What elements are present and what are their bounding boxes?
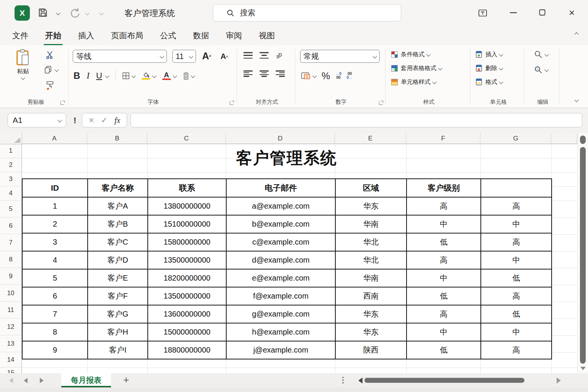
table-cell[interactable]: 1 — [22, 197, 88, 215]
row-header-6[interactable]: 6 — [0, 217, 22, 234]
table-cell[interactable]: 华东 — [335, 305, 407, 323]
table-cell[interactable]: c@example.com — [226, 233, 335, 251]
align-center-icon[interactable] — [260, 70, 269, 77]
row-header-2[interactable]: 2 — [0, 158, 22, 172]
table-cell[interactable]: 9 — [22, 341, 88, 359]
vertical-scrollbar[interactable] — [577, 133, 588, 373]
percent-style-button[interactable]: % — [322, 70, 330, 82]
redo-dropdown-chevron[interactable] — [85, 11, 89, 15]
table-cell[interactable]: 客户D — [88, 251, 148, 269]
table-cell[interactable]: 客户B — [88, 215, 148, 233]
table-cell[interactable]: 华东 — [335, 323, 407, 341]
column-header-E[interactable]: E — [335, 133, 406, 144]
row-header-3[interactable]: 3 — [0, 172, 22, 186]
format-as-table-button[interactable]: 套用表格格式 — [391, 61, 442, 75]
tab-公式[interactable]: 公式 — [159, 28, 177, 43]
tab-插入[interactable]: 插入 — [77, 28, 95, 43]
increase-decimal-button[interactable]: ←000 — [335, 72, 341, 80]
row-header-12[interactable]: 12 — [0, 318, 22, 335]
table-cell[interactable]: 5 — [22, 269, 88, 287]
align-right-icon[interactable] — [276, 70, 285, 77]
table-cell[interactable]: 4 — [22, 251, 88, 269]
column-header-F[interactable]: F — [406, 133, 480, 144]
table-cell[interactable]: 13800000000 — [148, 197, 226, 215]
table-cell[interactable]: 中 — [407, 269, 481, 287]
save-icon[interactable] — [38, 7, 48, 18]
row-header-8[interactable]: 8 — [0, 251, 22, 268]
table-cell[interactable]: 3 — [22, 233, 88, 251]
underline-button[interactable]: U — [96, 71, 102, 81]
row-header-9[interactable]: 9 — [0, 268, 22, 285]
table-cell[interactable]: 陕西 — [335, 341, 407, 359]
borders-button[interactable] — [122, 72, 135, 80]
table-cell[interactable]: 华北 — [335, 251, 407, 269]
font-size-select[interactable]: 11 — [172, 50, 196, 63]
table-cell[interactable]: 低 — [481, 269, 552, 287]
table-cell[interactable]: 高 — [481, 197, 552, 215]
table-cell[interactable]: 低 — [481, 305, 552, 323]
scrollbar-resize-handle[interactable] — [342, 377, 344, 384]
sheet-grid[interactable]: 客户管理系统 ID客户名称联系电子邮件区域客户级别1客户A13800000000… — [0, 133, 577, 373]
cell-styles-button[interactable]: 单元格样式 — [391, 75, 436, 89]
find-select-button[interactable] — [534, 50, 548, 59]
table-cell[interactable]: a@example.com — [226, 197, 335, 215]
insert-function-icon[interactable]: fx — [114, 116, 120, 125]
insert-cells-button[interactable]: 插入 — [475, 47, 503, 61]
scroll-down-arrow[interactable] — [580, 367, 586, 370]
align-middle-icon[interactable] — [260, 52, 269, 59]
tab-视图[interactable]: 视图 — [258, 28, 276, 43]
paste-button[interactable]: 粘贴 — [15, 49, 31, 79]
table-cell[interactable]: 低 — [407, 287, 481, 305]
bold-button[interactable]: B — [74, 70, 80, 81]
orientation-icon[interactable]: ab — [274, 51, 283, 60]
table-cell[interactable]: h@example.com — [226, 323, 335, 341]
table-cell[interactable]: 13600000000 — [148, 305, 226, 323]
cancel-icon[interactable]: × — [89, 115, 94, 126]
underline-chevron[interactable] — [105, 74, 109, 78]
zoom-find-button[interactable] — [534, 65, 548, 74]
number-format-select[interactable]: 常规 — [300, 50, 380, 63]
increase-font-button[interactable]: A˄ — [202, 51, 211, 62]
row-header-14[interactable]: 14 — [0, 352, 22, 368]
table-cell[interactable]: 15800000000 — [148, 233, 226, 251]
cut-button[interactable] — [45, 50, 54, 60]
table-cell[interactable]: 8 — [22, 323, 88, 341]
next-sheet-arrow[interactable] — [40, 378, 44, 383]
redo-icon[interactable] — [69, 7, 80, 18]
sheet-tab-active[interactable]: 每月报表 — [61, 373, 111, 387]
vertical-scrollbar-cap[interactable] — [580, 136, 586, 144]
table-header-cell[interactable]: ID — [22, 179, 88, 197]
tab-文件[interactable]: 文件 — [11, 28, 29, 43]
table-cell[interactable]: 低 — [407, 341, 481, 359]
ribbon-overflow-chevron[interactable] — [574, 98, 578, 102]
enter-icon[interactable]: ✓ — [101, 116, 108, 125]
table-cell[interactable]: 高 — [481, 233, 552, 251]
row-header-4[interactable]: 4 — [0, 186, 22, 201]
table-header-cell[interactable]: 区域 — [335, 179, 407, 197]
table-cell[interactable]: 中 — [407, 323, 481, 341]
column-header-partial[interactable] — [551, 133, 577, 144]
row-header-11[interactable]: 11 — [0, 302, 22, 318]
table-cell[interactable]: 西南 — [335, 287, 407, 305]
format-cells-button[interactable]: 格式 — [475, 75, 503, 89]
table-cell[interactable]: 2 — [22, 215, 88, 233]
name-box[interactable]: A1 — [8, 113, 66, 127]
align-top-icon[interactable] — [243, 52, 253, 59]
first-sheet-arrow[interactable] — [9, 378, 13, 383]
row-header-13[interactable]: 13 — [0, 335, 22, 352]
tab-数据[interactable]: 数据 — [192, 28, 210, 43]
column-header-G[interactable]: G — [480, 133, 551, 144]
previous-sheet-arrow[interactable] — [24, 378, 28, 383]
quick-access-overflow-chevron[interactable] — [99, 11, 103, 15]
table-cell[interactable]: 高 — [481, 287, 552, 305]
format-painter-button[interactable] — [45, 80, 55, 90]
delete-cells-button[interactable]: 删除 — [475, 61, 503, 75]
tab-审阅[interactable]: 审阅 — [225, 28, 243, 43]
table-cell[interactable]: 18200000000 — [148, 269, 226, 287]
formula-input[interactable] — [131, 113, 582, 127]
conditional-formatting-button[interactable]: 条件格式 — [391, 47, 430, 61]
table-cell[interactable]: 华南 — [335, 269, 407, 287]
fill-color-button[interactable] — [142, 72, 150, 80]
table-cell[interactable]: 高 — [407, 305, 481, 323]
search-box[interactable]: 搜索 — [213, 4, 401, 21]
